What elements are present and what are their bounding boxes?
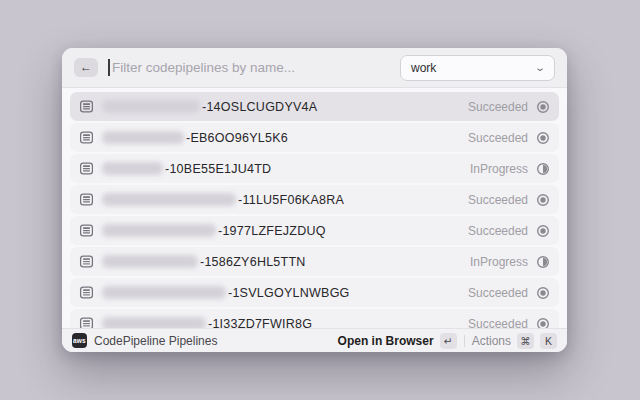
redacted-name-blur [102,131,184,144]
command-key-icon: ⌘ [517,333,534,349]
pipeline-row[interactable]: -1SVLGOYLNWBGG Succeeded [70,278,559,307]
pipeline-row[interactable]: -14OSLCUGDYV4A Succeeded [70,92,559,121]
raycast-window: ← work ⌄ -14OSLCUGDYV4A [62,48,567,352]
back-button[interactable]: ← [74,58,98,77]
back-arrow-icon: ← [80,60,92,74]
pipeline-name-suffix: -1586ZY6HL5TTN [200,255,306,269]
status-text: Succeeded [468,131,528,145]
search-field-wrap [108,48,390,87]
pipeline-icon [79,316,94,328]
pipeline-name-suffix: -1SVLGOYLNWBGG [228,286,350,300]
status-text: InProgress [470,162,528,176]
actions-button[interactable]: Actions ⌘ K [472,333,557,349]
pipeline-row[interactable]: -1977LZFEJZDUQ Succeeded [70,216,559,245]
redacted-name-blur [102,224,216,237]
status-text: Succeeded [468,193,528,207]
pipeline-name-suffix: -10BE55E1JU4TD [165,162,271,176]
footer-separator [464,335,465,347]
succeeded-status-icon [536,317,550,329]
pipeline-row[interactable]: -1I33ZD7FWIR8G Succeeded [70,309,559,328]
succeeded-status-icon [536,100,550,114]
status-text: Succeeded [468,317,528,329]
redacted-name-blur [102,162,163,175]
pipeline-list: -14OSLCUGDYV4A Succeeded [62,88,567,328]
redacted-name-blur [102,193,236,206]
succeeded-status-icon [536,224,550,238]
pipeline-row[interactable]: -11LU5F06KA8RA Succeeded [70,185,559,214]
status-text: Succeeded [468,224,528,238]
redacted-name-blur [102,286,226,299]
pipeline-icon [79,285,94,300]
pipeline-name-suffix: -1977LZFEJZDUQ [218,224,326,238]
pipeline-name: -14OSLCUGDYV4A [102,100,317,114]
pipeline-row[interactable]: -1586ZY6HL5TTN InProgress [70,247,559,276]
footer-bar: aws CodePipeline Pipelines Open in Brows… [62,328,567,352]
pipeline-row[interactable]: -10BE55E1JU4TD InProgress [70,154,559,183]
status-text: InProgress [470,255,528,269]
chevron-down-icon: ⌄ [534,62,546,73]
pipeline-name: -1I33ZD7FWIR8G [102,317,312,329]
pipeline-name-suffix: -EB6OO96YL5K6 [186,131,288,145]
status-text: Succeeded [468,286,528,300]
search-input[interactable] [108,60,390,75]
open-in-browser-button[interactable]: Open in Browser ↵ [338,333,457,349]
pipeline-name: -10BE55E1JU4TD [102,162,271,176]
inprogress-status-icon [536,162,550,176]
pipeline-icon [79,99,94,114]
pipeline-icon [79,223,94,238]
return-key-icon: ↵ [440,333,457,349]
pipeline-name-suffix: -1I33ZD7FWIR8G [208,317,312,329]
profile-dropdown-value: work [411,61,436,75]
search-bar: ← work ⌄ [62,48,567,88]
extension-name: CodePipeline Pipelines [94,334,217,348]
inprogress-status-icon [536,255,550,269]
open-in-browser-label: Open in Browser [338,334,434,348]
pipeline-row[interactable]: -EB6OO96YL5K6 Succeeded [70,123,559,152]
succeeded-status-icon [536,193,550,207]
actions-label: Actions [472,334,511,348]
succeeded-status-icon [536,286,550,300]
pipeline-name: -EB6OO96YL5K6 [102,131,288,145]
footer-actions: Open in Browser ↵ Actions ⌘ K [338,333,557,349]
redacted-name-blur [102,317,206,328]
pipeline-icon [79,130,94,145]
pipeline-name-suffix: -11LU5F06KA8RA [238,193,344,207]
pipeline-icon [79,192,94,207]
succeeded-status-icon [536,131,550,145]
pipeline-icon [79,161,94,176]
pipeline-name: -11LU5F06KA8RA [102,193,344,207]
redacted-name-blur [102,255,198,268]
redacted-name-blur [102,100,200,113]
status-text: Succeeded [468,100,528,114]
pipeline-name: -1SVLGOYLNWBGG [102,286,350,300]
pipeline-name-suffix: -14OSLCUGDYV4A [202,100,317,114]
profile-dropdown[interactable]: work ⌄ [400,55,555,81]
k-key-icon: K [540,333,557,349]
text-caret [108,59,110,76]
pipeline-name: -1977LZFEJZDUQ [102,224,326,238]
pipeline-name: -1586ZY6HL5TTN [102,255,306,269]
aws-logo-icon: aws [72,333,87,348]
pipeline-icon [79,254,94,269]
